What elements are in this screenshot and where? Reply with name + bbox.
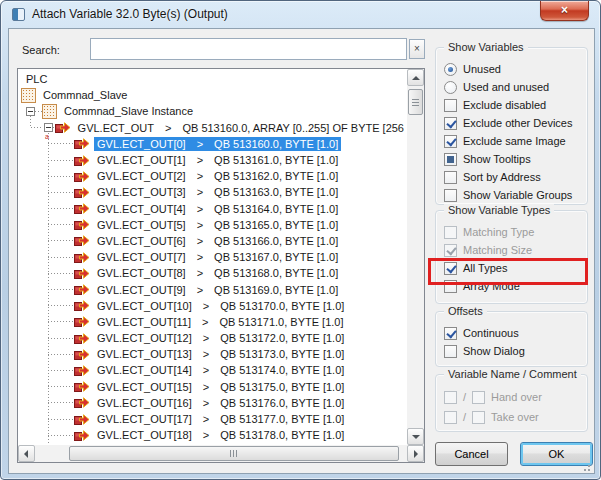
radio-unused[interactable]: Unused [444, 60, 587, 78]
tree-node-slave[interactable]: Commnad_Slave [18, 87, 407, 103]
output-variable-icon [74, 380, 90, 393]
output-variable-icon [74, 170, 90, 183]
collapse-toggle-icon[interactable]: a [44, 123, 53, 132]
tree-node-gvl-ect-out[interactable]: a GVL.ECT_OUT>QB 513160.0, ARRAY [0..255… [18, 120, 407, 136]
checkbox-sort-by-address[interactable]: Sort by Address [444, 168, 587, 186]
search-clear-button[interactable]: × [409, 39, 425, 59]
tree-row[interactable]: GVL.ECT_OUT[3]>QB 513163.0, BYTE [1.0] [18, 184, 407, 200]
output-variable-icon [74, 251, 90, 264]
radio-icon[interactable] [444, 81, 457, 94]
group-offsets: Offsets Continuous Show Dialog [435, 311, 588, 367]
scroll-left-button[interactable] [18, 445, 35, 462]
checkbox-icon[interactable] [444, 117, 457, 130]
checkbox-icon [444, 244, 457, 257]
checkbox-continuous[interactable]: Continuous [444, 324, 587, 342]
output-variable-icon [74, 137, 90, 150]
tree-connector [48, 386, 74, 387]
horizontal-scroll-thumb[interactable] [69, 446, 399, 461]
checkbox-icon[interactable] [444, 153, 457, 166]
output-variable-icon [74, 348, 90, 361]
output-variable-icon [74, 332, 90, 345]
checkbox-icon[interactable] [444, 99, 457, 112]
checkbox-show-tooltips[interactable]: Show Tooltips [444, 150, 587, 168]
checkbox-icon [472, 411, 485, 424]
dialog-title: Attach Variable 32.0 Byte(s) (Output) [32, 7, 228, 21]
checkbox-icon[interactable] [444, 135, 457, 148]
search-input[interactable] [90, 38, 407, 60]
tree-node-instance[interactable]: Commnad_Slave Instance [18, 103, 407, 119]
checkbox-exclude-disabled[interactable]: Exclude disabled [444, 96, 587, 114]
horizontal-scrollbar[interactable] [18, 445, 424, 462]
tree-row[interactable]: GVL.ECT_OUT[16]>QB 513176.0, BYTE [1.0] [18, 395, 407, 411]
tree-row[interactable]: GVL.ECT_OUT[14]>QB 513174.0, BYTE [1.0] [18, 362, 407, 378]
checkbox-exclude-same-image[interactable]: Exclude same Image [444, 132, 587, 150]
tree-row[interactable]: GVL.ECT_OUT[6]>QB 513166.0, BYTE [1.0] [18, 233, 407, 249]
checkbox-icon [444, 226, 457, 239]
output-variable-icon [74, 234, 90, 247]
title-bar[interactable]: Attach Variable 32.0 Byte(s) (Output) × [1, 1, 600, 28]
output-variable-icon [74, 413, 90, 426]
checkbox-icon [472, 391, 485, 404]
checkbox-icon[interactable] [444, 189, 457, 202]
radio-icon[interactable] [444, 63, 457, 76]
tree-row[interactable]: GVL.ECT_OUT[5]>QB 513165.0, BYTE [1.0] [18, 217, 407, 233]
dialog-client-area: Search: × PLC Commnad_Slave C [8, 28, 595, 474]
module-icon [21, 88, 36, 103]
scroll-right-button[interactable] [407, 445, 424, 462]
tree-row[interactable]: GVL.ECT_OUT[4]>QB 513164.0, BYTE [1.0] [18, 201, 407, 217]
checkbox-exclude-other-devices[interactable]: Exclude other Devices [444, 114, 587, 132]
scroll-up-button[interactable] [407, 69, 424, 86]
tree-row[interactable]: GVL.ECT_OUT[17]>QB 513177.0, BYTE [1.0] [18, 411, 407, 427]
attached-marker: a [45, 133, 49, 140]
vertical-scroll-thumb[interactable] [408, 89, 423, 115]
checkbox-icon[interactable] [444, 280, 457, 293]
tree-row[interactable]: GVL.ECT_OUT[9]>QB 513169.0, BYTE [1.0] [18, 281, 407, 297]
checkbox-icon[interactable] [444, 262, 457, 275]
checkbox-matching-type: Matching Type [444, 223, 587, 241]
tree-row[interactable]: GVL.ECT_OUT[15]>QB 513175.0, BYTE [1.0] [18, 379, 407, 395]
module-icon [42, 104, 57, 119]
close-button[interactable]: × [540, 1, 589, 21]
collapse-toggle-icon[interactable] [26, 107, 35, 116]
scroll-down-button[interactable] [407, 428, 424, 445]
vertical-scrollbar[interactable] [407, 69, 424, 445]
checkbox-show-variable-groups[interactable]: Show Variable Groups [444, 186, 587, 204]
checkbox-all-types[interactable]: All Types [444, 259, 587, 277]
resize-grip[interactable] [580, 461, 590, 471]
tree-connector [48, 192, 74, 193]
tree-node-plc[interactable]: PLC [18, 71, 407, 87]
arrow-right-icon [414, 450, 418, 458]
tree-row[interactable]: GVL.ECT_OUT[10]>QB 513170.0, BYTE [1.0] [18, 298, 407, 314]
tree-row[interactable]: GVL.ECT_OUT[12]>QB 513172.0, BYTE [1.0] [18, 330, 407, 346]
checkbox-icon[interactable] [444, 345, 457, 358]
output-variable-icon [74, 429, 90, 442]
tree-row[interactable]: GVL.ECT_OUT[18]>QB 513178.0, BYTE [1.0] [18, 427, 407, 443]
clear-icon: × [414, 43, 420, 54]
checkbox-icon[interactable] [444, 171, 457, 184]
radio-used-and-unused[interactable]: Used and unused [444, 78, 587, 96]
tree-connector [48, 305, 74, 306]
output-variable-icon [74, 299, 90, 312]
tree-connector [48, 273, 74, 274]
tree-row[interactable]: GVL.ECT_OUT[11]>QB 513171.0, BYTE [1.0] [18, 314, 407, 330]
output-variable-icon [74, 364, 90, 377]
tree-connector [48, 240, 74, 241]
tree-row[interactable]: GVL.ECT_OUT[13]>QB 513173.0, BYTE [1.0] [18, 346, 407, 362]
checkbox-icon[interactable] [444, 327, 457, 340]
tree-row[interactable]: GVL.ECT_OUT[0]>QB 513160.0, BYTE [1.0] [18, 136, 407, 152]
output-variable-icon [74, 396, 90, 409]
tree-connector [48, 419, 74, 420]
tree-row[interactable]: GVL.ECT_OUT[7]>QB 513167.0, BYTE [1.0] [18, 249, 407, 265]
tree-row[interactable]: GVL.ECT_OUT[2]>QB 513162.0, BYTE [1.0] [18, 168, 407, 184]
tree-connector [48, 321, 74, 322]
checkbox-array-mode[interactable]: Array Mode [444, 277, 587, 295]
group-show-variables: Show Variables Unused Used and unused Ex… [435, 47, 588, 205]
tree-connector [48, 143, 74, 144]
checkbox-show-dialog[interactable]: Show Dialog [444, 342, 587, 360]
tree-connector [48, 208, 74, 209]
tree-row[interactable]: GVL.ECT_OUT[1]>QB 513161.0, BYTE [1.0] [18, 152, 407, 168]
tree-connector [48, 160, 74, 161]
group-variable-name-comment: Variable Name / Comment / Hand over / Ta… [435, 374, 588, 432]
cancel-button[interactable]: Cancel [435, 442, 508, 466]
tree-row[interactable]: GVL.ECT_OUT[8]>QB 513168.0, BYTE [1.0] [18, 265, 407, 281]
